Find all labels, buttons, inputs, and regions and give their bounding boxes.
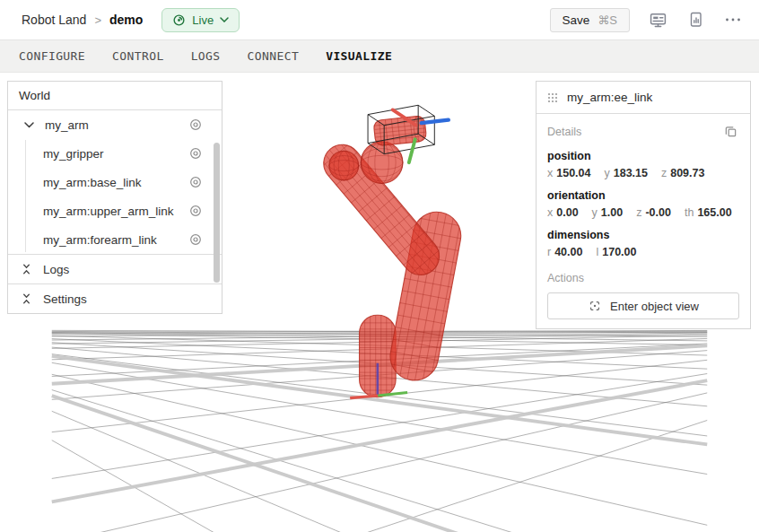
save-label: Save [563, 13, 590, 27]
chevron-down-icon [220, 17, 229, 22]
tree-item-label: my_arm:base_link [43, 176, 189, 189]
world-panel: World my_arm my_gripper my_arm:base_l [7, 81, 222, 314]
save-shortcut: ⌘S [598, 13, 617, 27]
visibility-eye-icon[interactable] [189, 176, 202, 188]
breadcrumb: Robot Land > demo Live [22, 8, 240, 32]
tree-indent-guide [25, 140, 26, 252]
tree-item-upper-arm-link[interactable]: my_arm:upper_arm_link [8, 196, 222, 225]
breadcrumb-org[interactable]: Robot Land [22, 13, 86, 27]
group-dimensions: dimensions r40.00 l170.00 [547, 229, 739, 258]
robot-arm[interactable] [316, 105, 466, 397]
details-body: Details position x150.04 y183.15 z809.73 [537, 114, 750, 328]
visibility-eye-icon[interactable] [189, 147, 202, 160]
actions-label: Actions [547, 272, 739, 284]
visibility-eye-icon[interactable] [189, 205, 202, 217]
world-panel-header: World [8, 82, 222, 110]
group-orientation: orientation x0.00 y1.00 z-0.00 th165.00 [547, 189, 739, 219]
tree-item-label: my_arm:upper_arm_link [43, 205, 189, 218]
tab-logs[interactable]: LOGS [191, 49, 221, 63]
group-position: position x150.04 y183.15 z809.73 [547, 150, 739, 179]
selected-object-title: my_arm:ee_link [567, 91, 652, 104]
tree-item-forearm-link[interactable]: my_arm:forearm_link [8, 225, 222, 254]
tree-item-my-arm[interactable]: my_arm [8, 110, 222, 139]
details-panel-header: my_arm:ee_link [537, 82, 750, 114]
drag-handle-icon[interactable] [547, 92, 558, 103]
world-panel-title: World [19, 89, 50, 102]
tab-bar: CONFIGURE CONTROL LOGS CONNECT VISUALIZE [0, 40, 759, 73]
tab-connect[interactable]: CONNECT [248, 49, 300, 63]
collapse-vertical-icon [21, 292, 32, 305]
visibility-eye-icon[interactable] [189, 118, 202, 131]
ee-link-mesh[interactable] [373, 115, 427, 146]
scrollbar-thumb[interactable] [214, 143, 220, 283]
tab-visualize[interactable]: VISUALIZE [326, 49, 392, 63]
save-button[interactable]: Save ⌘S [550, 8, 630, 32]
section-label: Settings [43, 292, 87, 306]
action-button-label: Enter object view [610, 300, 699, 313]
breadcrumb-machine[interactable]: demo [109, 13, 143, 27]
wrist-sphere-large[interactable] [361, 142, 403, 184]
tab-control[interactable]: CONTROL [112, 49, 164, 63]
live-label: Live [192, 13, 214, 27]
tree-item-label: my_gripper [43, 147, 189, 161]
top-bar-actions: Save ⌘S [550, 8, 743, 32]
world-tree: my_arm my_gripper my_arm:base_link my_ar… [8, 110, 222, 254]
more-options-button[interactable] [723, 15, 743, 24]
tree-item-label: my_arm:forearm_link [43, 233, 189, 247]
section-logs[interactable]: Logs [8, 254, 222, 283]
section-settings[interactable]: Settings [8, 283, 222, 313]
wrist-sphere-small[interactable] [329, 151, 359, 180]
visibility-eye-icon[interactable] [189, 233, 202, 246]
group-label: dimensions [547, 229, 739, 241]
collapse-vertical-icon [21, 263, 32, 275]
enter-object-view-button[interactable]: Enter object view [547, 292, 739, 319]
visualizer-viewport: World my_arm my_gripper my_arm:base_l [0, 73, 759, 532]
tree-item-label: my_arm [45, 118, 189, 132]
copy-icon[interactable] [722, 123, 739, 140]
group-label: position [547, 150, 739, 162]
details-label: Details [547, 126, 581, 138]
details-panel: my_arm:ee_link Details position x150.04 … [536, 81, 751, 329]
tab-configure[interactable]: CONFIGURE [19, 49, 85, 63]
focus-scan-icon [588, 299, 602, 313]
top-bar: Robot Land > demo Live Save ⌘S [0, 0, 759, 40]
ee-z-axis-line [422, 120, 449, 123]
group-label: orientation [547, 189, 739, 202]
breadcrumb-separator: > [94, 13, 101, 27]
live-status-button[interactable]: Live [161, 8, 240, 32]
tree-item-my-gripper[interactable]: my_gripper [8, 139, 222, 168]
monitor-stream-button[interactable] [648, 10, 668, 31]
tree-item-base-link[interactable]: my_arm:base_link [8, 168, 222, 196]
section-label: Logs [43, 263, 69, 276]
chevron-down-icon[interactable] [24, 122, 37, 128]
document-chart-button[interactable] [686, 10, 705, 30]
broadcast-icon [172, 13, 186, 27]
